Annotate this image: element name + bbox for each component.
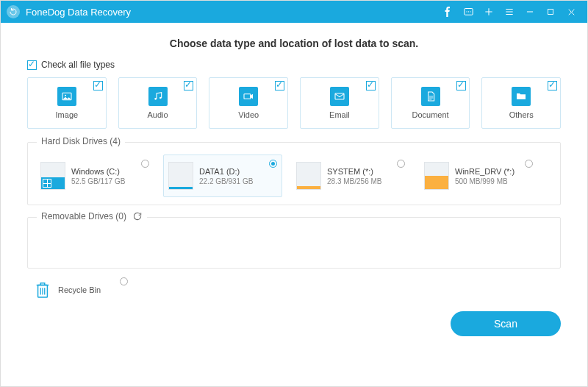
drive-icon — [168, 162, 193, 190]
drive-d-radio[interactable] — [269, 160, 277, 168]
video-icon — [239, 87, 258, 106]
svg-rect-9 — [244, 94, 251, 99]
app-window: FoneDog Data Recovery Choose data type a… — [0, 0, 588, 387]
removable-section: Removable Drives (0) — [27, 217, 561, 269]
drive-size: 52.5 GB/117 GB — [71, 177, 125, 185]
hdd-section: Hard Disk Drives (4) Windows (C:) 52.5 G… — [27, 142, 561, 205]
file-types-grid: Image Audio Video Email Document — [27, 77, 561, 129]
type-others[interactable]: Others — [481, 77, 561, 129]
type-email-checkbox[interactable] — [366, 81, 376, 90]
drive-size: 500 MB/999 MB — [455, 177, 514, 185]
type-video-label: Video — [238, 110, 259, 119]
hdd-drives-row: Windows (C:) 52.5 GB/117 GB DATA1 (D:) 2… — [35, 155, 553, 197]
svg-rect-10 — [335, 93, 344, 99]
type-others-label: Others — [509, 110, 534, 119]
menu-icon[interactable] — [499, 1, 520, 23]
scan-button[interactable]: Scan — [451, 311, 561, 336]
image-icon — [57, 87, 76, 106]
type-audio-checkbox[interactable] — [184, 81, 193, 90]
svg-point-7 — [154, 98, 157, 100]
type-email-label: Email — [329, 110, 350, 119]
type-audio-label: Audio — [147, 110, 168, 119]
drive-system[interactable]: SYSTEM (*:) 28.3 MB/256 MB — [291, 155, 410, 197]
plus-icon[interactable] — [478, 1, 499, 23]
type-video[interactable]: Video — [209, 77, 288, 129]
type-image-label: Image — [56, 110, 79, 119]
type-others-checkbox[interactable] — [548, 81, 557, 90]
email-icon — [330, 87, 349, 106]
app-logo-icon — [7, 5, 20, 18]
drive-d[interactable]: DATA1 (D:) 22.2 GB/931 GB — [163, 155, 282, 197]
recycle-bin-option[interactable]: Recycle Bin — [35, 280, 561, 299]
trash-icon — [35, 280, 51, 299]
type-document-checkbox[interactable] — [456, 81, 466, 90]
drive-system-radio[interactable] — [397, 160, 405, 168]
check-all-label: Check all file types — [41, 60, 115, 70]
drive-size: 28.3 MB/256 MB — [327, 177, 381, 185]
type-video-checkbox[interactable] — [275, 81, 284, 90]
drive-winre[interactable]: WinRE_DRV (*:) 500 MB/999 MB — [419, 155, 538, 197]
audio-icon — [148, 87, 168, 106]
recycle-bin-label: Recycle Bin — [58, 285, 101, 294]
feedback-icon[interactable] — [458, 1, 478, 23]
drive-name: Windows (C:) — [71, 167, 125, 176]
close-button[interactable] — [561, 1, 581, 23]
drive-name: SYSTEM (*:) — [327, 167, 381, 176]
drive-icon — [40, 162, 65, 190]
folder-icon — [512, 87, 531, 106]
drive-size: 22.2 GB/931 GB — [199, 177, 253, 185]
svg-rect-4 — [548, 10, 553, 15]
type-email[interactable]: Email — [300, 77, 379, 129]
type-audio[interactable]: Audio — [118, 77, 198, 129]
svg-point-1 — [466, 11, 467, 12]
type-image-checkbox[interactable] — [93, 81, 103, 90]
drive-c[interactable]: Windows (C:) 52.5 GB/117 GB — [35, 155, 154, 197]
svg-point-6 — [65, 95, 66, 96]
recycle-bin-radio[interactable] — [120, 277, 128, 285]
drive-winre-radio[interactable] — [525, 160, 533, 168]
page-heading: Choose data type and location of lost da… — [27, 38, 561, 49]
windows-logo-icon — [43, 179, 51, 188]
svg-point-3 — [470, 11, 470, 12]
drive-c-radio[interactable] — [141, 160, 149, 168]
refresh-icon[interactable] — [132, 211, 143, 221]
check-all-row[interactable]: Check all file types — [27, 60, 561, 70]
app-title: FoneDog Data Recovery — [26, 7, 131, 18]
drive-name: WinRE_DRV (*:) — [455, 167, 514, 176]
type-image[interactable]: Image — [27, 77, 107, 129]
title-bar: FoneDog Data Recovery — [1, 1, 587, 23]
document-icon — [421, 87, 440, 106]
svg-point-8 — [159, 97, 162, 99]
maximize-button[interactable] — [540, 1, 561, 23]
drive-icon — [296, 162, 321, 190]
minimize-button[interactable] — [520, 1, 540, 23]
drive-name: DATA1 (D:) — [199, 167, 253, 176]
drive-icon — [424, 162, 449, 190]
hdd-section-title: Hard Disk Drives (4) — [37, 136, 125, 146]
type-document-label: Document — [412, 110, 448, 119]
check-all-checkbox[interactable] — [27, 60, 37, 70]
facebook-icon[interactable] — [437, 1, 458, 23]
removable-section-title: Removable Drives (0) — [41, 211, 126, 221]
svg-point-2 — [467, 11, 468, 12]
type-document[interactable]: Document — [391, 77, 470, 129]
